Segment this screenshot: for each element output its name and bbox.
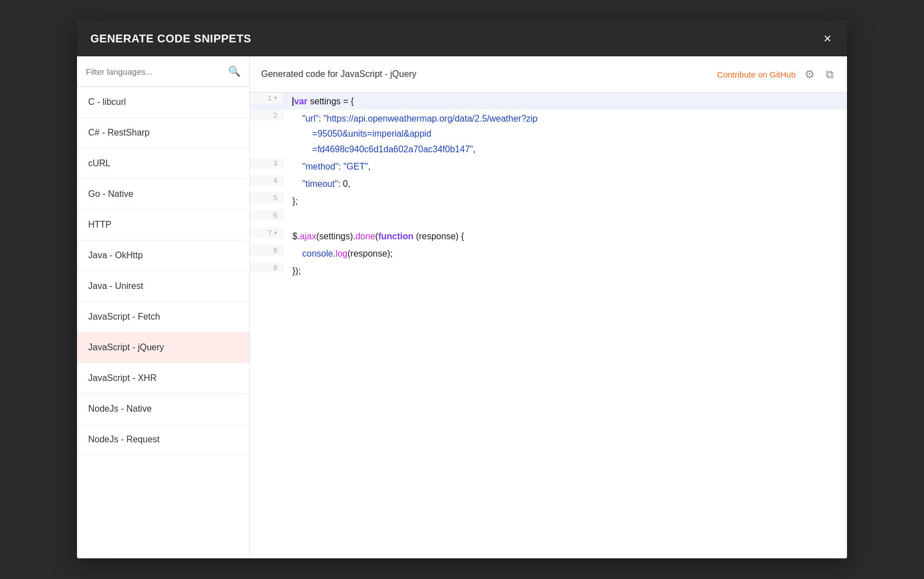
generated-label: Generated code for JavaScript - jQuery	[261, 69, 416, 79]
code-line-2: 2 "url": "https://api.openweathermap.org…	[250, 110, 847, 158]
code-content-5: };	[283, 192, 847, 210]
settings-icon: ⚙	[805, 68, 815, 80]
sidebar-item-java-unirest[interactable]: Java - Unirest	[77, 271, 249, 302]
line-number-9: 9	[250, 262, 283, 273]
settings-button[interactable]: ⚙	[802, 65, 817, 83]
code-content-4: "timeout": 0,	[283, 175, 847, 192]
line-number-4: 4	[250, 175, 283, 186]
close-button[interactable]: ×	[821, 32, 834, 45]
line-num-text-7: 7	[268, 229, 272, 237]
sidebar-item-c-libcurl[interactable]: C - libcurl	[77, 87, 249, 118]
code-content-7: $.ajax(settings).done(function (response…	[283, 228, 847, 245]
code-content-9: });	[283, 262, 847, 279]
sidebar-item-csharp-restsharp[interactable]: C# - RestSharp	[77, 118, 249, 148]
line-number-8: 8	[250, 245, 283, 255]
sidebar-item-go-native[interactable]: Go - Native	[77, 179, 249, 210]
sidebar-item-nodejs-request[interactable]: NodeJs - Request	[77, 424, 249, 455]
sidebar-item-curl[interactable]: cURL	[77, 148, 249, 179]
code-line-9: 9 });	[250, 262, 847, 279]
fold-btn-1[interactable]: ▾	[274, 94, 277, 102]
code-content-3: "method": "GET",	[283, 158, 847, 175]
sidebar-item-javascript-fetch[interactable]: JavaScript - Fetch	[77, 302, 249, 332]
code-line-8: 8 console.log(response);	[250, 245, 847, 262]
search-input[interactable]	[86, 67, 228, 76]
main-header: Generated code for JavaScript - jQuery C…	[250, 56, 847, 93]
code-line-6: 6	[250, 210, 847, 227]
sidebar-item-javascript-jquery[interactable]: JavaScript - jQuery	[77, 332, 249, 363]
line-number-3: 3	[250, 158, 283, 168]
sidebar-item-java-okhttp[interactable]: Java - OkHttp	[77, 240, 249, 271]
dialog-body: 🔍 C - libcurl C# - RestSharp cURL Go - N…	[77, 56, 847, 558]
line-number-1: 1 ▾	[250, 93, 283, 103]
line-number-2: 2	[250, 110, 283, 120]
sidebar-item-nodejs-native[interactable]: NodeJs - Native	[77, 394, 249, 424]
sidebar-item-http[interactable]: HTTP	[77, 210, 249, 240]
code-line-7: 7 ▾ $.ajax(settings).done(function (resp…	[250, 228, 847, 245]
generate-code-dialog: GENERATE CODE SNIPPETS × 🔍 C - libcurl C…	[77, 21, 847, 558]
line-number-5: 5	[250, 192, 283, 203]
line-number-6: 6	[250, 210, 283, 220]
github-link[interactable]: Contribute on GitHub	[717, 70, 796, 79]
fold-btn-7[interactable]: ▾	[274, 229, 277, 237]
code-content-2: "url": "https://api.openweathermap.org/d…	[283, 110, 847, 158]
dialog-header: GENERATE CODE SNIPPETS ×	[77, 21, 847, 56]
language-list: C - libcurl C# - RestSharp cURL Go - Nat…	[77, 87, 249, 558]
dialog-title: GENERATE CODE SNIPPETS	[90, 32, 251, 45]
code-content-1: var settings = {	[283, 93, 847, 110]
copy-button[interactable]: ⧉	[824, 66, 836, 83]
search-area: 🔍	[77, 56, 249, 87]
sidebar: 🔍 C - libcurl C# - RestSharp cURL Go - N…	[77, 56, 250, 558]
code-area[interactable]: 1 ▾ var settings = { 2 "url": "https://a…	[250, 93, 847, 558]
search-icon: 🔍	[228, 65, 240, 78]
line-number-7: 7 ▾	[250, 228, 283, 238]
sidebar-item-javascript-xhr[interactable]: JavaScript - XHR	[77, 363, 249, 394]
code-line-3: 3 "method": "GET",	[250, 158, 847, 175]
line-num-text: 1	[268, 94, 272, 102]
header-actions: Contribute on GitHub ⚙ ⧉	[717, 65, 836, 83]
code-line-1: 1 ▾ var settings = {	[250, 93, 847, 110]
code-content-8: console.log(response);	[283, 245, 847, 262]
main-panel: Generated code for JavaScript - jQuery C…	[250, 56, 847, 558]
copy-icon: ⧉	[826, 68, 834, 80]
code-content-6	[283, 210, 847, 227]
code-line-4: 4 "timeout": 0,	[250, 175, 847, 192]
code-line-5: 5 };	[250, 192, 847, 210]
